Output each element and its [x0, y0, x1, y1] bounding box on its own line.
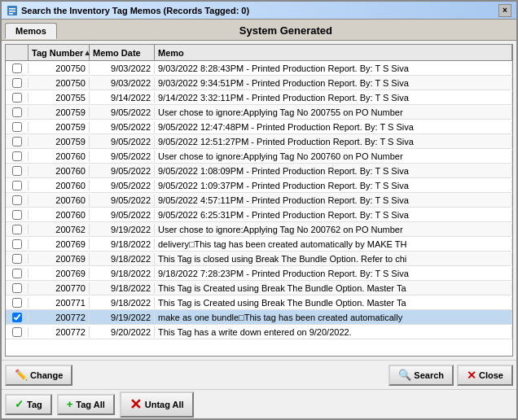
row-checkbox[interactable]: [6, 313, 29, 322]
window-close-button[interactable]: ×: [498, 4, 511, 17]
row-checkbox[interactable]: [6, 225, 29, 234]
table-row[interactable]: 200771 9/18/2022 This Tag is Created usi…: [6, 295, 512, 310]
table-row[interactable]: 200772 9/20/2022 This Tag has a write do…: [6, 325, 512, 339]
tag-all-plus-icon: +: [67, 398, 73, 410]
memos-table: Tag Number ▲ Memo Date Memo 200750 9/03/…: [5, 44, 513, 357]
table-row[interactable]: 200762 9/19/2022 User chose to ignore:Ap…: [6, 222, 512, 237]
close-button[interactable]: ✕ Close: [457, 365, 513, 386]
row-memo-text: 9/18/2022 7:28:23PM - Printed Production…: [155, 268, 512, 279]
table-row[interactable]: 200772 9/19/2022 make as one bundle□This…: [6, 310, 512, 325]
row-tag-number: 200769: [29, 238, 90, 250]
row-memo-text: This Tag is closed using Break The Bundl…: [155, 253, 512, 265]
row-memo-text: User chose to ignore:Applying Tag No 200…: [155, 151, 512, 162]
row-memo-date: 9/05/2022: [90, 209, 155, 221]
row-memo-text: 9/03/2022 9:34:51PM - Printed Production…: [155, 77, 512, 89]
title-bar: Search the Inventory Tag Memos (Records …: [2, 2, 516, 20]
row-tag-number: 200750: [29, 63, 90, 74]
row-memo-text: 9/05/2022 1:08:09PM - Printed Production…: [155, 165, 512, 177]
table-row[interactable]: 200759 9/05/2022 User chose to ignore:Ap…: [6, 105, 512, 120]
row-checkbox[interactable]: [6, 181, 29, 190]
table-body[interactable]: 200750 9/03/2022 9/03/2022 8:28:43PM - P…: [6, 61, 512, 356]
table-row[interactable]: 200769 9/18/2022 This Tag is closed usin…: [6, 252, 512, 266]
main-window: Search the Inventory Tag Memos (Records …: [0, 0, 518, 420]
row-memo-date: 9/18/2022: [90, 297, 155, 308]
row-memo-text: 9/05/2022 6:25:31PM - Printed Production…: [155, 209, 512, 221]
row-checkbox[interactable]: [6, 93, 29, 103]
table-row[interactable]: 200769 9/18/2022 9/18/2022 7:28:23PM - P…: [6, 266, 512, 281]
row-checkbox[interactable]: [6, 298, 29, 308]
search-icon: 🔍: [398, 369, 411, 381]
untag-all-x-icon: ✕: [130, 396, 142, 413]
content-area: Tag Number ▲ Memo Date Memo 200750 9/03/…: [2, 41, 516, 360]
table-row[interactable]: 200755 9/14/2022 9/14/2022 3:32:11PM - P…: [6, 90, 512, 105]
table-row[interactable]: 200750 9/03/2022 9/03/2022 8:28:43PM - P…: [6, 61, 512, 76]
table-row[interactable]: 200759 9/05/2022 9/05/2022 12:51:27PM - …: [6, 134, 512, 149]
table-row[interactable]: 200760 9/05/2022 9/05/2022 6:25:31PM - P…: [6, 208, 512, 222]
row-tag-number: 200770: [29, 282, 90, 294]
row-memo-text: 9/14/2022 3:32:11PM - Printed Production…: [155, 92, 512, 103]
row-checkbox[interactable]: [6, 239, 29, 249]
table-row[interactable]: 200760 9/05/2022 9/05/2022 4:57:11PM - P…: [6, 193, 512, 208]
untag-all-button[interactable]: ✕ Untag All: [120, 392, 194, 418]
row-tag-number: 200760: [29, 195, 90, 206]
row-checkbox[interactable]: [6, 283, 29, 293]
table-row[interactable]: 200769 9/18/2022 delivery□This tag has b…: [6, 237, 512, 252]
row-checkbox[interactable]: [6, 254, 29, 264]
row-memo-text: 9/05/2022 4:57:11PM - Printed Production…: [155, 195, 512, 206]
row-checkbox[interactable]: [6, 269, 29, 278]
row-checkbox[interactable]: [6, 63, 29, 73]
table-row[interactable]: 200760 9/05/2022 User chose to ignore:Ap…: [6, 149, 512, 164]
search-button[interactable]: 🔍 Search: [388, 365, 454, 386]
row-tag-number: 200772: [29, 326, 90, 338]
tag-all-button[interactable]: + Tag All: [57, 394, 115, 415]
table-row[interactable]: 200760 9/05/2022 9/05/2022 1:08:09PM - P…: [6, 164, 512, 178]
row-memo-text: make as one bundle□This tag has been cre…: [155, 312, 512, 323]
row-checkbox[interactable]: [6, 107, 29, 117]
row-memo-date: 9/18/2022: [90, 282, 155, 294]
row-checkbox[interactable]: [6, 137, 29, 147]
row-memo-text: delivery□This tag has been created autom…: [155, 238, 512, 250]
row-checkbox[interactable]: [6, 327, 29, 337]
row-memo-date: 9/05/2022: [90, 136, 155, 147]
row-memo-text: User chose to ignore:Applying Tag No 200…: [155, 224, 512, 235]
row-memo-date: 9/05/2022: [90, 121, 155, 133]
table-row[interactable]: 200750 9/03/2022 9/03/2022 9:34:51PM - P…: [6, 76, 512, 90]
window-icon: [7, 5, 18, 16]
row-memo-date: 9/05/2022: [90, 107, 155, 118]
row-tag-number: 200760: [29, 165, 90, 177]
row-memo-date: 9/19/2022: [90, 312, 155, 323]
row-tag-number: 200750: [29, 77, 90, 89]
tag-button[interactable]: ✓ Tag: [5, 394, 52, 415]
window-title: Search the Inventory Tag Memos (Records …: [21, 6, 249, 15]
table-row[interactable]: 200760 9/05/2022 9/05/2022 1:09:37PM - P…: [6, 178, 512, 193]
row-memo-text: User chose to ignore:Applying Tag No 200…: [155, 107, 512, 118]
header-tag-number[interactable]: Tag Number ▲: [29, 45, 90, 60]
row-memo-date: 9/05/2022: [90, 165, 155, 177]
row-checkbox[interactable]: [6, 166, 29, 176]
header-memo[interactable]: Memo: [155, 45, 512, 60]
row-memo-text: This Tag is Created using Break The Bund…: [155, 282, 512, 294]
row-checkbox[interactable]: [6, 151, 29, 161]
row-tag-number: 200762: [29, 224, 90, 235]
header-memo-date[interactable]: Memo Date: [90, 45, 155, 60]
row-memo-date: 9/18/2022: [90, 238, 155, 250]
row-memo-date: 9/05/2022: [90, 151, 155, 162]
row-tag-number: 200759: [29, 121, 90, 133]
svg-rect-1: [9, 8, 15, 10]
table-header: Tag Number ▲ Memo Date Memo: [6, 45, 512, 61]
row-tag-number: 200772: [29, 312, 90, 323]
change-button[interactable]: ✏️ Change: [5, 365, 72, 386]
row-tag-number: 200760: [29, 209, 90, 221]
table-row[interactable]: 200759 9/05/2022 9/05/2022 12:47:48PM - …: [6, 120, 512, 134]
table-row[interactable]: 200770 9/18/2022 This Tag is Created usi…: [6, 281, 512, 295]
row-checkbox[interactable]: [6, 122, 29, 132]
row-memo-text: 9/05/2022 12:47:48PM - Printed Productio…: [155, 121, 512, 133]
row-checkbox[interactable]: [6, 210, 29, 220]
tab-memos[interactable]: Memos: [5, 23, 57, 39]
row-checkbox[interactable]: [6, 195, 29, 205]
change-icon: ✏️: [15, 369, 28, 381]
row-memo-date: 9/18/2022: [90, 268, 155, 279]
tab-section-title: System Generated: [59, 24, 513, 37]
row-memo-date: 9/14/2022: [90, 92, 155, 103]
row-checkbox[interactable]: [6, 78, 29, 88]
